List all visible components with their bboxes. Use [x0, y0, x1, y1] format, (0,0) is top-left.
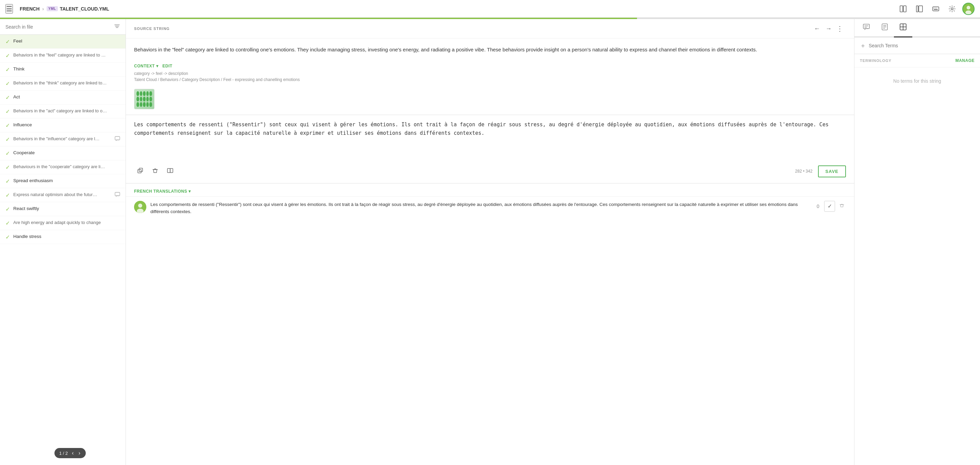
no-terms-text: No terms for this string — [854, 67, 980, 95]
check-icon: ✓ — [5, 192, 10, 199]
breadcrumb: FRENCH › YML TALENT_CLOUD.YML — [20, 6, 109, 11]
svg-point-12 — [966, 10, 972, 14]
list-item[interactable]: ✓Behaviors in the "act" category are lin… — [0, 105, 126, 118]
context-dot — [143, 102, 146, 107]
list-item[interactable]: ✓Handle stress — [0, 230, 126, 244]
filter-icon[interactable] — [114, 23, 120, 30]
delete-suggestion-button[interactable] — [838, 202, 846, 211]
list-item[interactable]: ✓Behaviors in the "influence" category a… — [0, 132, 126, 147]
svg-point-11 — [967, 6, 970, 10]
list-item[interactable]: ✓Behaviors in the "feel" category are li… — [0, 49, 126, 63]
machine-translate-button[interactable] — [164, 165, 176, 178]
list-item[interactable]: ✓React swiftly — [0, 202, 126, 216]
check-icon: ✓ — [5, 53, 10, 59]
translation-suggestion: Les comportements de ressenti ("Ressenti… — [126, 196, 854, 220]
source-more-button[interactable]: ⋮ — [834, 23, 846, 34]
svg-point-9 — [951, 8, 953, 10]
context-dot — [137, 91, 139, 96]
tab-translations[interactable] — [894, 19, 912, 37]
char-count: 282 • 342 — [795, 169, 813, 174]
list-item[interactable]: ✓Feel — [0, 35, 126, 49]
list-item-text: Feel — [13, 38, 22, 45]
source-next-button[interactable]: → — [824, 24, 834, 34]
layout1-button[interactable] — [897, 3, 909, 15]
search-input[interactable] — [5, 24, 114, 30]
layout2-button[interactable] — [913, 3, 926, 15]
check-icon: ✓ — [5, 38, 10, 45]
pagination-next[interactable]: › — [78, 450, 81, 456]
tab-glossary[interactable] — [875, 19, 894, 37]
svg-rect-18 — [138, 170, 141, 173]
context-dot — [146, 97, 149, 102]
source-prev-button[interactable]: ← — [812, 24, 822, 34]
copy-icon — [137, 167, 143, 174]
translations-tab-icon — [899, 23, 907, 31]
check-icon: ✓ — [5, 206, 10, 212]
source-string-label: SOURCE STRING — [134, 27, 812, 31]
list-item[interactable]: ✓Think — [0, 63, 126, 76]
terminology-header: TERMINOLOGY MANAGE — [854, 54, 980, 67]
check-icon: ✓ — [5, 220, 10, 226]
context-button[interactable]: CONTEXT ▾ — [134, 64, 158, 68]
delete-button[interactable] — [149, 165, 161, 178]
keyboard-icon — [932, 5, 940, 13]
breadcrumb-root: FRENCH — [20, 6, 40, 11]
tab-comments[interactable] — [857, 19, 875, 37]
list-item[interactable]: ✓Cooperate — [0, 147, 126, 160]
check-icon: ✓ — [5, 164, 10, 170]
suggestion-avatar — [134, 201, 146, 213]
context-chevron-icon: ▾ — [156, 64, 159, 68]
pagination: 1 / 2 ‹ › — [54, 448, 86, 458]
check-icon: ✓ — [5, 94, 10, 101]
suggestion-text: Les comportements de ressenti ("Ressenti… — [150, 201, 811, 215]
menu-button[interactable]: ☰ — [5, 4, 13, 14]
context-dot — [137, 102, 139, 107]
context-dot — [150, 91, 152, 96]
edit-button[interactable]: EDIT — [162, 64, 172, 68]
french-translations: FRENCH TRANSLATIONS ▾ Les comportements … — [126, 183, 854, 220]
translation-editor: 282 • 342 SAVE — [126, 115, 854, 183]
list-item[interactable]: ✓Influence — [0, 118, 126, 132]
svg-rect-21 — [170, 169, 173, 173]
top-nav: ☰ FRENCH › YML TALENT_CLOUD.YML — [0, 0, 980, 18]
translation-textarea[interactable] — [134, 121, 846, 161]
layout2-icon — [916, 5, 923, 13]
manage-button[interactable]: MANAGE — [956, 58, 975, 63]
list-item-text: Cooperate — [13, 150, 35, 156]
source-nav-buttons: ← → — [812, 24, 834, 34]
settings-icon — [948, 5, 956, 13]
file-label: YML TALENT_CLOUD.YML — [47, 6, 109, 11]
check-icon: ✓ — [5, 80, 10, 87]
svg-point-24 — [138, 204, 142, 208]
right-panel: ＋ TERMINOLOGY MANAGE No terms for this s… — [854, 19, 980, 465]
list-item[interactable]: ✓Act — [0, 91, 126, 105]
left-panel: ✓Feel✓Behaviors in the "feel" category a… — [0, 19, 126, 465]
source-string-header: SOURCE STRING ← → ⋮ — [126, 19, 854, 38]
list-item-text: React swiftly — [13, 205, 39, 212]
list-item[interactable]: ✓Are high energy and adapt quickly to ch… — [0, 216, 126, 230]
list-item[interactable]: ✓Behaviours in the "cooperate" category … — [0, 160, 126, 174]
context-breadcrumb: Talent Cloud / Behaviors / Category Desc… — [134, 77, 846, 82]
list-item-text: Spread enthusiasm — [13, 178, 53, 184]
list-item[interactable]: ✓Behaviors in the "think" category are l… — [0, 76, 126, 91]
list-item-text: Act — [13, 94, 20, 100]
search-terms-input[interactable] — [869, 43, 975, 48]
check-icon: ✓ — [5, 150, 10, 157]
copy-source-button[interactable] — [134, 165, 146, 178]
context-dot — [143, 97, 146, 102]
save-button[interactable]: SAVE — [818, 166, 846, 177]
avatar[interactable] — [962, 3, 975, 15]
main-layout: ✓Feel✓Behaviors in the "feel" category a… — [0, 19, 980, 465]
pagination-prev[interactable]: ‹ — [71, 450, 74, 456]
list-item[interactable]: ✓Spread enthusiasm — [0, 174, 126, 188]
list-item[interactable]: ✓Express natural optimism about the futu… — [0, 188, 126, 202]
accept-button[interactable]: ✓ — [824, 201, 835, 212]
french-translations-label: FRENCH TRANSLATIONS ▾ — [134, 189, 191, 194]
add-term-icon[interactable]: ＋ — [860, 41, 866, 50]
list-item-text: Express natural optimism about the futur… — [13, 192, 97, 198]
keyboard-button[interactable] — [930, 3, 942, 15]
settings-button[interactable] — [946, 3, 958, 15]
editor-actions: 282 • 342 SAVE — [134, 162, 846, 178]
suggestion-actions: 0 ✓ — [815, 201, 846, 212]
list-item-text: Behaviors in the "influence" category ar… — [13, 136, 99, 142]
